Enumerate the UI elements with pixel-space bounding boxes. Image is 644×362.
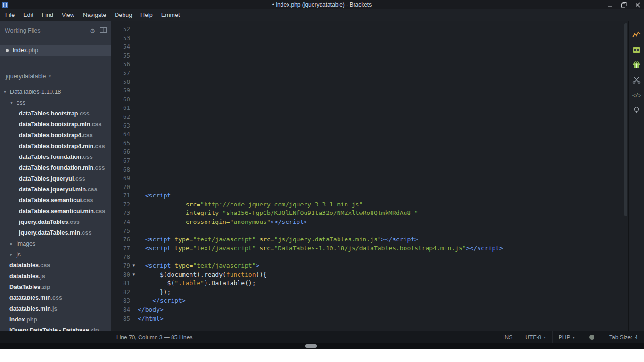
tree-file-dataTables.foundation.min.css[interactable]: dataTables.foundation.min.css <box>0 162 111 173</box>
project-dropdown[interactable]: jquerydatatable ▾ <box>0 71 111 82</box>
tree-file-dataTables.bootstrap4.min.css[interactable]: dataTables.bootstrap4.min.css <box>0 140 111 151</box>
tree-file-dataTables.bootstrap.min.css[interactable]: dataTables.bootstrap.min.css <box>0 119 111 130</box>
code-line-75[interactable]: 75 <box>111 227 628 236</box>
code-line-79[interactable]: 79▼ <script type="text/javascript"> <box>111 262 628 271</box>
menu-debug[interactable]: Debug <box>110 12 136 18</box>
code-line-58[interactable]: 58 <box>111 78 628 87</box>
code-line-65[interactable]: 65 <box>111 139 628 148</box>
vertical-scrollbar[interactable] <box>624 23 627 216</box>
code-line-78[interactable]: 78 <box>111 253 628 262</box>
chevron-down-icon: ▾ <box>49 74 51 79</box>
tree-file-datatables.min.css[interactable]: datatables.min.css <box>0 292 111 303</box>
tab-size-value[interactable]: 4 <box>635 334 638 341</box>
code-line-54[interactable]: 54 <box>111 42 628 51</box>
code-line-73[interactable]: 73 integrity="sha256-FgpCb/KJQlLNfOu91ta… <box>111 209 628 218</box>
code-line-63[interactable]: 63 <box>111 122 628 131</box>
code-line-83[interactable]: 83 </script> <box>111 296 628 305</box>
code-line-55[interactable]: 55 <box>111 51 628 60</box>
editor[interactable]: 5253545556575859606162636465666768697071… <box>111 21 628 331</box>
tree-file-jquery.dataTables.min.css[interactable]: jquery.dataTables.min.css <box>0 227 111 238</box>
tree-file-datatables.min.js[interactable]: datatables.min.js <box>0 303 111 314</box>
close-button[interactable] <box>635 2 640 8</box>
code-line-67[interactable]: 67 <box>111 156 628 165</box>
tree-folder-css[interactable]: ▾css <box>0 97 111 108</box>
code-line-85[interactable]: 85</html> <box>111 314 628 323</box>
tree-file-dataTables.semanticui.css[interactable]: dataTables.semanticui.css <box>0 195 111 206</box>
code-line-68[interactable]: 68 <box>111 165 628 174</box>
code-line-66[interactable]: 66 <box>111 148 628 156</box>
tree-folder-DataTables-1.10.18[interactable]: ▾DataTables-1.10.18 <box>0 86 111 97</box>
code-line-74[interactable]: 74 crossorigin="anonymous"></script> <box>111 218 628 227</box>
menu-navigate[interactable]: Navigate <box>79 12 110 18</box>
code-line-61[interactable]: 61 <box>111 104 628 113</box>
code-line-82[interactable]: 82 }); <box>111 288 628 297</box>
scissors-icon[interactable] <box>632 76 641 84</box>
tree-file-dataTables.jqueryui.min.css[interactable]: dataTables.jqueryui.min.css <box>0 184 111 195</box>
code-icon[interactable]: </> <box>632 91 641 99</box>
folder-name: DataTables-1.10.18 <box>10 89 61 95</box>
tree-file-dataTables.bootstrap.css[interactable]: dataTables.bootstrap.css <box>0 108 111 119</box>
tree-file-jQuery-DataTable---Database.zip[interactable]: jQuery DataTable - Database.zip <box>0 325 111 331</box>
scrollbar-thumb[interactable] <box>305 344 317 348</box>
code-line-77[interactable]: 77 <script type="text/javascript" src="D… <box>111 244 628 253</box>
menu-find[interactable]: Find <box>38 12 58 18</box>
menu-edit[interactable]: Edit <box>19 12 38 18</box>
tree-file-dataTables.semanticui.min.css[interactable]: dataTables.semanticui.min.css <box>0 206 111 216</box>
code-line-53[interactable]: 53 <box>111 34 628 43</box>
tree-file-dataTables.foundation.css[interactable]: dataTables.foundation.css <box>0 151 111 162</box>
line-number: 60 <box>111 95 130 104</box>
code-line-81[interactable]: 81 $(".table").DataTable(); <box>111 279 628 288</box>
tree-file-datatables.js[interactable]: datatables.js <box>0 271 111 281</box>
menu-file[interactable]: File <box>1 12 19 18</box>
code-line-52[interactable]: 52 <box>111 25 628 34</box>
activity-chart-icon[interactable] <box>632 31 641 39</box>
code-line-84[interactable]: 84</body> <box>111 305 628 314</box>
menu-help[interactable]: Help <box>136 12 157 18</box>
gift-icon[interactable] <box>632 61 641 69</box>
code-text: </body> <box>138 305 164 314</box>
tree-folder-images[interactable]: ▸images <box>0 238 111 249</box>
menu-view[interactable]: View <box>58 12 79 18</box>
language-selector[interactable]: PHP▾ <box>552 331 581 343</box>
code-line-76[interactable]: 76 <script type="text/javascript" src="j… <box>111 235 628 244</box>
code-line-72[interactable]: 72 src="http://code.jquery.com/jquery-3.… <box>111 200 628 209</box>
fold-gutter <box>130 104 138 113</box>
code-line-70[interactable]: 70 <box>111 183 628 192</box>
code-line-71[interactable]: 71 <script <box>111 191 628 200</box>
tree-folder-js[interactable]: ▸js <box>0 249 111 260</box>
brackets-window: • index.php (jquerydatatable) - Brackets… <box>0 0 644 362</box>
fold-arrow-icon[interactable]: ▼ <box>130 271 138 280</box>
code-line-80[interactable]: 80▼ $(document).ready(function(){ <box>111 271 628 280</box>
file-name: datatables <box>9 262 39 269</box>
problems-indicator[interactable] <box>581 331 603 343</box>
lightbulb-icon[interactable] <box>632 106 641 115</box>
menu-emmet[interactable]: Emmet <box>157 12 184 18</box>
gear-icon[interactable]: ⚙ <box>90 28 95 34</box>
code-token <box>138 262 145 269</box>
code-line-62[interactable]: 62 <box>111 113 628 122</box>
code-line-56[interactable]: 56 <box>111 60 628 69</box>
film-icon[interactable] <box>632 46 641 54</box>
tree-file-dataTables.bootstrap4.css[interactable]: dataTables.bootstrap4.css <box>0 130 111 140</box>
code-line-64[interactable]: 64 <box>111 130 628 139</box>
code-line-57[interactable]: 57 <box>111 69 628 78</box>
minimize-button[interactable] <box>608 2 613 7</box>
tab-size-control[interactable]: Tab Size:4 <box>603 331 644 343</box>
tree-file-dataTables.jqueryui.css[interactable]: dataTables.jqueryui.css <box>0 173 111 184</box>
code-line-59[interactable]: 59 <box>111 86 628 95</box>
code-line-60[interactable]: 60 <box>111 95 628 104</box>
horizontal-scrollbar[interactable] <box>0 343 644 349</box>
tree-file-datatables.css[interactable]: datatables.css <box>0 260 111 271</box>
insert-mode-indicator[interactable]: INS <box>497 331 519 343</box>
tree-file-index.php[interactable]: index.php <box>0 314 111 325</box>
code-line-69[interactable]: 69 <box>111 174 628 183</box>
tree-file-jquery.dataTables.css[interactable]: jquery.dataTables.css <box>0 216 111 227</box>
working-file-index.php[interactable]: index.php <box>0 45 111 56</box>
split-view-icon[interactable] <box>100 27 107 34</box>
encoding-selector[interactable]: UTF-8▾ <box>519 331 552 343</box>
fold-arrow-icon[interactable]: ▼ <box>130 262 138 271</box>
code-token: "anonymous" <box>230 218 271 225</box>
tree-file-DataTables.zip[interactable]: DataTables.zip <box>0 281 111 292</box>
line-number: 85 <box>111 314 130 323</box>
restore-button[interactable] <box>621 2 627 8</box>
